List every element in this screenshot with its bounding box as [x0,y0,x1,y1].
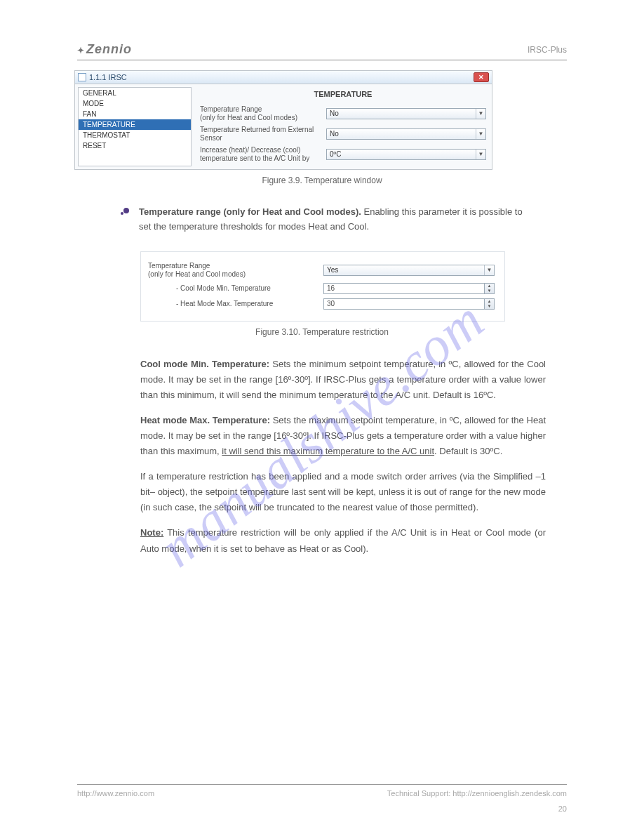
footer-right: Technical Support: http://zennioenglish.… [387,789,567,797]
bullet-title: Temperature range (only for Heat and Coo… [139,206,361,217]
chevron-down-icon: ▼ [476,129,485,139]
chevron-down-icon: ▼ [485,304,494,309]
figure-caption-2: Figure 3.10. Temperature restriction [77,327,567,337]
sidebar-item-reset[interactable]: RESET [79,140,191,151]
window-title: 1.1.1 IRSC [89,73,127,81]
note-body: This temperature restriction will be onl… [140,527,546,553]
bullet-icon [119,205,132,218]
sidebar-item-general[interactable]: GENERAL [79,88,191,98]
figure-caption-1: Figure 3.9. Temperature window [77,176,567,185]
combo-value: Yes [324,266,484,274]
settings-window: 1.1.1 IRSC ✕ GENERAL MODE FAN TEMPERATUR… [74,70,492,170]
combo-value: 0ºC [327,150,476,158]
spinner-value: 30 [323,298,485,310]
combo-value: No [327,110,476,117]
p1-title: Cool mode Min. Temperature: [140,359,269,369]
sidebar-item-thermostat[interactable]: THERMOSTAT [79,130,191,140]
settings-right-pane: TEMPERATURE Temperature Range(only for H… [194,84,492,169]
combo-temp-range[interactable]: No ▼ [326,108,486,119]
note-label: Note: [140,527,163,538]
header-product: IRSC-Plus [528,45,567,55]
field-label-cool-min: - Cool Mode Min. Temperature [148,284,323,293]
field-label-temp-range: Temperature Range(only for Heat and Cool… [200,105,326,121]
p2-body-b: . Default is 30ºC. [434,446,502,456]
spinner-heat-max[interactable]: 30 ▲▼ [323,298,495,310]
brand-logo: Zennio [77,42,132,57]
combo-temp-returned[interactable]: No ▼ [326,128,486,140]
bullet-paragraph: Temperature range (only for Heat and Coo… [119,205,525,234]
chevron-down-icon: ▼ [484,265,494,275]
field-label-temp-range-2: Temperature Range(only for Heat and Cool… [148,262,323,279]
chevron-up-icon: ▲ [485,299,494,304]
chevron-down-icon: ▼ [476,150,485,159]
close-button[interactable]: ✕ [474,72,489,82]
spinner-buttons[interactable]: ▲▼ [485,298,495,310]
spinner-value: 16 [323,283,485,294]
p2-title: Heat mode Max. Temperature: [140,415,270,425]
combo-temp-range-2[interactable]: Yes ▼ [323,265,495,276]
combo-inc-dec[interactable]: 0ºC ▼ [326,149,486,160]
field-label-heat-max: - Heat Mode Max. Temperature [148,300,323,308]
chevron-down-icon: ▼ [476,109,485,119]
pane-title: TEMPERATURE [200,87,486,105]
settings-sidebar: GENERAL MODE FAN TEMPERATURE THERMOSTAT … [78,87,192,166]
sidebar-item-fan[interactable]: FAN [79,109,191,119]
body-text: Cool mode Min. Temperature: Sets the min… [140,357,546,557]
page-number: 20 [558,805,567,813]
chevron-up-icon: ▲ [485,284,494,289]
chevron-down-icon: ▼ [485,289,494,293]
window-icon [78,73,86,81]
temp-range-form: Temperature Range(only for Heat and Cool… [140,251,505,322]
sidebar-item-temperature[interactable]: TEMPERATURE [79,119,191,130]
spinner-cool-min[interactable]: 16 ▲▼ [323,283,495,294]
spinner-buttons[interactable]: ▲▼ [485,283,495,294]
sidebar-item-mode[interactable]: MODE [79,98,191,109]
combo-value: No [327,130,476,138]
footer-left: http://www.zennio.com [77,789,154,797]
page-footer: http://www.zennio.com Technical Support:… [77,784,567,797]
p2-body-ul: it will send this maximum temperature to… [222,446,434,456]
p3-body: If a temperature restriction has been ap… [140,469,546,515]
field-label-inc-dec: Increase (heat)/ Decrease (cool) tempera… [200,146,326,162]
field-label-temp-returned: Temperature Returned from External Senso… [200,126,326,142]
window-titlebar: 1.1.1 IRSC ✕ [75,71,492,84]
